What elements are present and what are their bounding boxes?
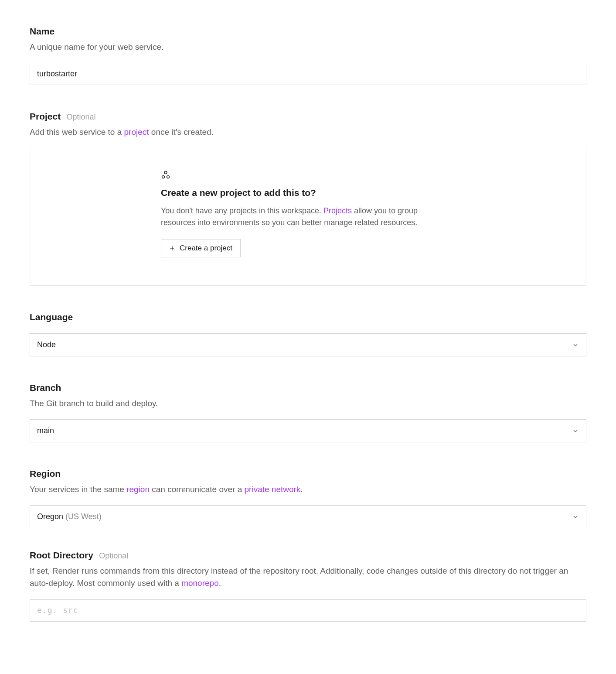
name-description: A unique name for your web service. <box>30 41 586 54</box>
project-icon <box>161 170 170 180</box>
name-label: Name <box>30 26 54 36</box>
project-description: Add this web service to a project once i… <box>30 126 586 139</box>
project-panel-title: Create a new project to add this to? <box>161 186 568 200</box>
project-panel-description: You don't have any projects in this work… <box>161 205 440 229</box>
project-section: Project Optional Add this web service to… <box>30 109 586 286</box>
region-select[interactable]: Oregon (US West) <box>30 505 586 528</box>
branch-description: The Git branch to build and deploy. <box>30 397 586 410</box>
language-section: Language Node <box>30 310 586 357</box>
branch-value: main <box>37 425 54 437</box>
svg-point-1 <box>162 176 165 178</box>
branch-section: Branch The Git branch to build and deplo… <box>30 381 586 442</box>
root-directory-description: If set, Render runs commands from this d… <box>30 565 586 590</box>
private-network-link[interactable]: private network <box>245 485 301 494</box>
chevron-down-icon <box>572 342 579 349</box>
plus-icon <box>169 245 175 251</box>
project-optional: Optional <box>66 113 95 121</box>
region-description: Your services in the same region can com… <box>30 483 586 496</box>
region-section: Region Your services in the same region … <box>30 467 586 528</box>
chevron-down-icon <box>572 513 579 520</box>
monorepo-link[interactable]: monorepo <box>181 578 219 588</box>
region-subvalue: (US West) <box>63 512 102 521</box>
svg-point-2 <box>167 176 170 178</box>
branch-select[interactable]: main <box>30 419 586 442</box>
language-select[interactable]: Node <box>30 333 586 356</box>
language-value: Node <box>37 339 56 351</box>
create-project-button[interactable]: Create a project <box>161 239 241 257</box>
name-section: Name A unique name for your web service. <box>30 24 586 85</box>
region-link[interactable]: region <box>126 485 150 494</box>
chevron-down-icon <box>572 428 579 435</box>
root-directory-input[interactable] <box>30 599 586 622</box>
region-label: Region <box>30 469 61 479</box>
project-label: Project <box>30 111 61 121</box>
name-input[interactable] <box>30 63 586 85</box>
project-link[interactable]: project <box>124 127 149 137</box>
project-panel: Create a new project to add this to? You… <box>30 148 586 286</box>
branch-label: Branch <box>30 383 61 393</box>
root-directory-label: Root Directory <box>30 550 93 560</box>
create-project-label: Create a project <box>180 244 232 253</box>
language-label: Language <box>30 312 73 322</box>
svg-point-0 <box>164 171 167 174</box>
root-directory-optional: Optional <box>99 551 128 560</box>
projects-link[interactable]: Projects <box>323 206 352 215</box>
region-value: Oregon <box>37 512 63 521</box>
root-directory-section: Root Directory Optional If set, Render r… <box>30 548 586 622</box>
